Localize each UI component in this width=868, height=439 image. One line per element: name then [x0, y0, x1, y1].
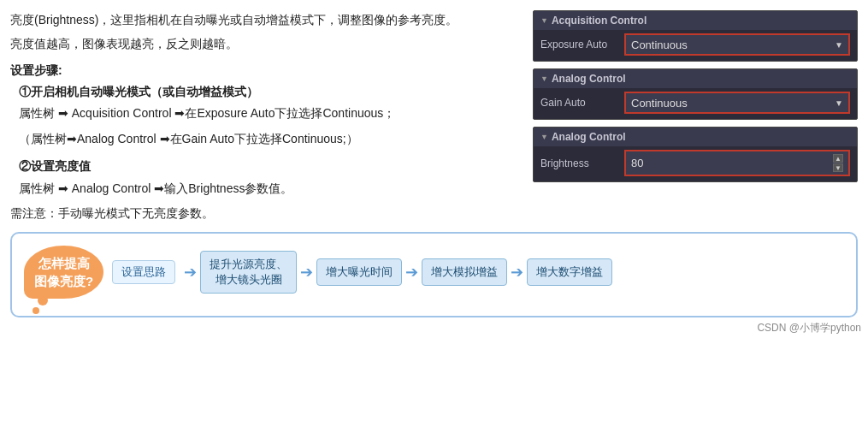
description-block: 亮度(Brightness)，这里指相机在自动曝光或自动增益模式下，调整图像的参…: [10, 10, 519, 55]
exposure-auto-dropdown[interactable]: Continuous ▼: [624, 33, 850, 56]
steps-section: 设置步骤: ①开启相机自动曝光模式（或自动增益模式） 属性树 ➡ Acquisi…: [10, 63, 519, 199]
desc-line2: 亮度值越高，图像表现越亮，反之则越暗。: [10, 34, 519, 55]
gain-auto-row: Gain Auto Continuous ▼: [534, 88, 857, 119]
exposure-auto-value: Continuous: [631, 39, 688, 51]
gain-auto-value: Continuous: [631, 97, 688, 110]
left-content: 亮度(Brightness)，这里指相机在自动曝光或自动增益模式下，调整图像的参…: [10, 10, 519, 222]
flow-box-2: 增大曝光时间: [316, 258, 402, 286]
flow-arrow-3: ➔: [405, 263, 418, 282]
right-panel: ▼ Acquisition Control Exposure Auto Cont…: [533, 10, 858, 222]
flow-arrow-1: ➔: [184, 263, 197, 282]
step1-detail: 属性树 ➡ Acquisition Control ➡在Exposure Aut…: [19, 104, 519, 124]
note-text: 需注意：手动曝光模式下无亮度参数。: [10, 206, 519, 222]
analog-control-panel-1: ▼ Analog Control Gain Auto Continuous ▼: [533, 68, 858, 120]
brightness-label: Brightness: [540, 157, 617, 169]
step1-text: 属性树 ➡ Acquisition Control ➡在Exposure Aut…: [19, 106, 395, 120]
spinbox-up-arrow[interactable]: ▲: [833, 154, 843, 163]
thought-bubble: 怎样提高 图像亮度?: [24, 246, 103, 299]
flow-box-1-line1: 提升光源亮度、: [210, 258, 287, 270]
analog-control-header-2: ▼ Analog Control: [534, 128, 857, 146]
brightness-value: 80: [631, 157, 643, 169]
step2-title: ②设置亮度值: [19, 157, 519, 177]
analog-control-title-2: Analog Control: [552, 131, 626, 143]
brightness-spinbox[interactable]: 80 ▲ ▼: [624, 150, 850, 176]
flow-arrow-2: ➔: [300, 263, 313, 282]
dropdown-arrow-1: ▼: [835, 40, 843, 50]
bottom-flow-section: 怎样提高 图像亮度? 设置思路 ➔ 提升光源亮度、 增大镜头光圈 ➔ 增大曝光时…: [10, 232, 858, 317]
spinbox-arrows: ▲ ▼: [833, 154, 843, 172]
chevron-icon-3: ▼: [540, 133, 548, 141]
exposure-auto-label: Exposure Auto: [540, 39, 617, 50]
thought-line1: 怎样提高: [34, 254, 93, 272]
flow-container: 怎样提高 图像亮度? 设置思路 ➔ 提升光源亮度、 增大镜头光圈 ➔ 增大曝光时…: [24, 246, 844, 299]
chevron-icon-1: ▼: [540, 16, 548, 25]
desc-line1: 亮度(Brightness)，这里指相机在自动曝光或自动增益模式下，调整图像的参…: [10, 10, 519, 31]
step1-title: ①开启相机自动曝光模式（或自动增益模式）: [19, 82, 519, 103]
acquisition-control-header: ▼ Acquisition Control: [534, 11, 857, 30]
acquisition-control-title: Acquisition Control: [552, 15, 647, 27]
csdn-watermark: CSDN @小博学python: [0, 317, 868, 339]
spinbox-down-arrow[interactable]: ▼: [833, 163, 843, 172]
step2-detail: 属性树 ➡ Analog Control ➡输入Brightness参数值。: [19, 179, 519, 199]
flow-box-1-line2: 增大镜头光圈: [216, 273, 282, 286]
analog-control-header-1: ▼ Analog Control: [534, 69, 857, 88]
dropdown-arrow-2: ▼: [835, 98, 843, 108]
setup-label: 设置思路: [112, 260, 175, 284]
exposure-auto-row: Exposure Auto Continuous ▼: [534, 30, 857, 61]
flow-box-4: 增大数字增益: [527, 258, 612, 286]
brightness-row: Brightness 80 ▲ ▼: [534, 146, 857, 181]
flow-box-3: 增大模拟增益: [422, 258, 507, 286]
flow-arrow-4: ➔: [511, 263, 523, 282]
analog-control-title-1: Analog Control: [552, 73, 626, 85]
bottom-section-wrapper: 怎样提高 图像亮度? 设置思路 ➔ 提升光源亮度、 增大镜头光圈 ➔ 增大曝光时…: [0, 232, 868, 317]
analog-control-panel-2: ▼ Analog Control Brightness 80 ▲ ▼: [533, 127, 858, 182]
thought-line2: 图像亮度?: [34, 272, 93, 290]
chevron-icon-2: ▼: [540, 74, 548, 83]
gain-auto-label: Gain Auto: [540, 97, 617, 109]
flow-box-1: 提升光源亮度、 增大镜头光圈: [200, 251, 297, 294]
gain-auto-dropdown[interactable]: Continuous ▼: [624, 92, 850, 114]
step2-sub: （属性树➡Analog Control ➡在Gain Auto下拉选择Conti…: [19, 129, 519, 150]
steps-title: 设置步骤:: [10, 63, 519, 79]
acquisition-control-panel: ▼ Acquisition Control Exposure Auto Cont…: [533, 10, 858, 62]
